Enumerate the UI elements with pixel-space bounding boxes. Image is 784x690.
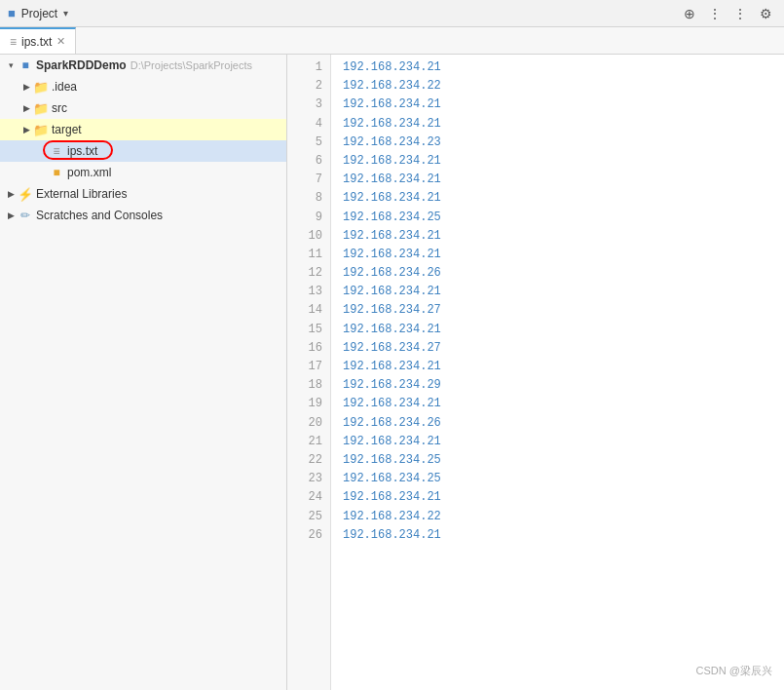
- sidebar-label-external: External Libraries: [36, 187, 127, 201]
- line-number: 7: [291, 171, 322, 189]
- add-btn[interactable]: ⊕: [679, 3, 700, 24]
- line-number: 14: [291, 301, 322, 320]
- collapse-btn[interactable]: ⋮: [729, 3, 751, 24]
- code-line: 192.168.234.21: [343, 227, 784, 246]
- sidebar-item-scratches[interactable]: ▶ ✏ Scratches and Consoles: [0, 205, 286, 226]
- code-line: 192.168.234.21: [343, 58, 784, 77]
- code-line: 192.168.234.25: [343, 451, 784, 470]
- code-line: 192.168.234.23: [343, 134, 784, 152]
- expand-arrow-idea[interactable]: ▶: [19, 80, 33, 94]
- title-bar-actions: ⊕ ⋮ ⋮ ⚙: [679, 3, 776, 24]
- code-line: 192.168.234.27: [343, 301, 784, 320]
- code-line: 192.168.234.22: [343, 508, 784, 526]
- tab-bar: ≡ ips.txt ✕: [0, 27, 784, 55]
- folder-icon-target: 📁: [33, 122, 49, 137]
- line-number: 8: [291, 189, 322, 208]
- sidebar: ▾ ■ SparkRDDDemo D:\Projects\SparkProjec…: [0, 55, 287, 690]
- line-number: 22: [291, 451, 322, 470]
- line-number: 24: [291, 488, 322, 507]
- title-bar-arrow[interactable]: ▾: [63, 8, 68, 19]
- sidebar-label-idea: .idea: [52, 80, 77, 94]
- line-number: 9: [291, 209, 322, 227]
- code-line: 192.168.234.21: [343, 395, 784, 413]
- project-icon: ■: [8, 6, 16, 20]
- code-line: 192.168.234.26: [343, 414, 784, 433]
- tab-label: ips.txt: [21, 35, 52, 49]
- line-number: 3: [291, 96, 322, 114]
- sidebar-item-ips-txt[interactable]: ▶ ≡ ips.txt: [0, 140, 286, 162]
- watermark: CSDN @梁辰兴: [696, 664, 772, 678]
- structure-btn[interactable]: ⋮: [704, 3, 726, 24]
- editor-area: 1234567891011121314151617181920212223242…: [287, 55, 784, 690]
- code-line: 192.168.234.25: [343, 209, 784, 227]
- tab-file-icon: ≡: [10, 35, 17, 49]
- scratches-icon: ✏: [18, 208, 33, 223]
- sidebar-label-scratches: Scratches and Consoles: [36, 209, 163, 222]
- sidebar-item-target[interactable]: ▶ 📁 target: [0, 119, 286, 140]
- sidebar-item-external-libraries[interactable]: ▶ ⚡ External Libraries: [0, 183, 286, 205]
- line-number: 1: [291, 58, 322, 77]
- sidebar-item-idea[interactable]: ▶ 📁 .idea: [0, 76, 286, 97]
- settings-btn[interactable]: ⚙: [755, 3, 776, 24]
- xml-file-icon: ■: [49, 165, 64, 180]
- expand-arrow-src[interactable]: ▶: [19, 101, 33, 115]
- line-number: 6: [291, 152, 322, 171]
- expand-arrow-external[interactable]: ▶: [4, 187, 18, 201]
- sidebar-item-sparkrdddemo[interactable]: ▾ ■ SparkRDDDemo D:\Projects\SparkProjec…: [0, 55, 286, 76]
- line-number: 12: [291, 264, 322, 283]
- code-line: 192.168.234.22: [343, 77, 784, 96]
- line-number: 23: [291, 470, 322, 488]
- line-number: 17: [291, 358, 322, 376]
- external-libraries-icon: ⚡: [18, 186, 33, 202]
- line-number: 13: [291, 283, 322, 301]
- code-line: 192.168.234.21: [343, 433, 784, 451]
- sidebar-label-ips-txt: ips.txt: [67, 144, 97, 158]
- main-area: ▾ ■ SparkRDDDemo D:\Projects\SparkProjec…: [0, 55, 784, 690]
- code-content[interactable]: 192.168.234.21192.168.234.22192.168.234.…: [331, 55, 784, 690]
- code-line: 192.168.234.21: [343, 115, 784, 134]
- sidebar-label-pom-xml: pom.xml: [67, 166, 111, 179]
- sidebar-label-sparkrdddemo: SparkRDDDemo: [36, 58, 127, 72]
- line-number: 20: [291, 414, 322, 433]
- line-number: 2: [291, 77, 322, 96]
- expand-arrow-sparkrdddemo[interactable]: ▾: [4, 58, 18, 72]
- line-number: 15: [291, 321, 322, 339]
- sidebar-item-src[interactable]: ▶ 📁 src: [0, 97, 286, 119]
- txt-file-icon: ≡: [49, 143, 64, 159]
- code-line: 192.168.234.21: [343, 171, 784, 189]
- line-number: 4: [291, 115, 322, 134]
- code-line: 192.168.234.21: [343, 189, 784, 208]
- title-bar-label: Project: [21, 7, 57, 20]
- code-line: 192.168.234.29: [343, 376, 784, 395]
- line-number: 11: [291, 246, 322, 264]
- sidebar-label-target: target: [52, 123, 82, 136]
- folder-icon-src: 📁: [33, 100, 49, 116]
- code-line: 192.168.234.21: [343, 526, 784, 545]
- expand-arrow-target[interactable]: ▶: [19, 123, 33, 136]
- line-numbers: 1234567891011121314151617181920212223242…: [287, 55, 331, 690]
- sidebar-path: D:\Projects\SparkProjects: [131, 59, 252, 71]
- code-line: 192.168.234.21: [343, 488, 784, 507]
- line-number: 26: [291, 526, 322, 545]
- tab-ips-txt[interactable]: ≡ ips.txt ✕: [0, 27, 76, 54]
- tab-close-btn[interactable]: ✕: [56, 35, 65, 48]
- code-line: 192.168.234.21: [343, 152, 784, 171]
- code-line: 192.168.234.25: [343, 470, 784, 488]
- code-line: 192.168.234.21: [343, 96, 784, 114]
- expand-arrow-scratches[interactable]: ▶: [4, 209, 18, 222]
- line-number: 18: [291, 376, 322, 395]
- line-number: 10: [291, 227, 322, 246]
- line-number: 25: [291, 508, 322, 526]
- line-number: 16: [291, 339, 322, 358]
- project-folder-icon: ■: [18, 58, 33, 73]
- code-line: 192.168.234.27: [343, 339, 784, 358]
- code-line: 192.168.234.26: [343, 264, 784, 283]
- sidebar-item-pom-xml[interactable]: ▶ ■ pom.xml: [0, 162, 286, 183]
- code-line: 192.168.234.21: [343, 283, 784, 301]
- sidebar-label-src: src: [52, 101, 67, 115]
- title-bar: ■ Project ▾ ⊕ ⋮ ⋮ ⚙: [0, 0, 784, 27]
- line-number: 19: [291, 395, 322, 413]
- line-number: 21: [291, 433, 322, 451]
- code-line: 192.168.234.21: [343, 246, 784, 264]
- code-line: 192.168.234.21: [343, 358, 784, 376]
